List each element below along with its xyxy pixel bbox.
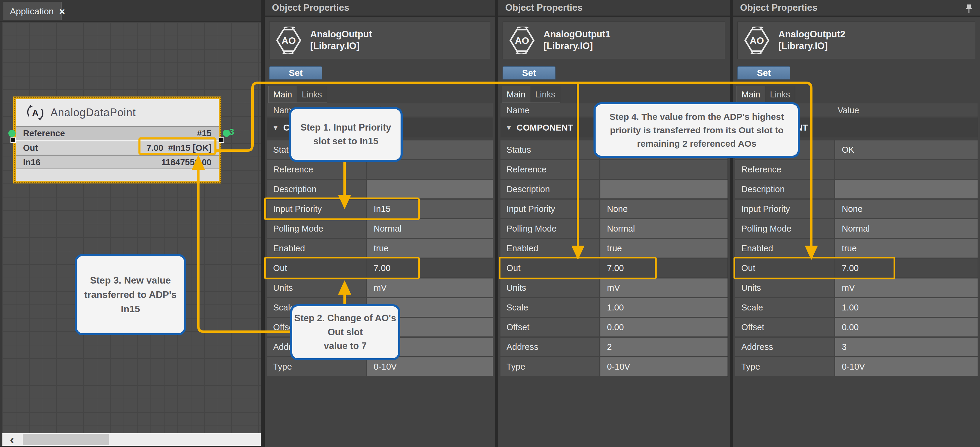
property-value[interactable]: None bbox=[600, 200, 727, 218]
property-label: Input Priority bbox=[735, 200, 834, 218]
property-value[interactable]: true bbox=[367, 239, 493, 258]
slot-row-in16[interactable]: In1611847559.00 bbox=[16, 155, 219, 169]
property-label: Out bbox=[501, 259, 599, 277]
slot-row-reference[interactable]: Reference#15 bbox=[16, 126, 219, 140]
property-value[interactable] bbox=[835, 160, 978, 179]
property-value[interactable]: 7.00 bbox=[367, 259, 493, 277]
property-value[interactable]: 1.00 bbox=[835, 298, 978, 317]
object-library: [Library.IO] bbox=[544, 40, 611, 52]
property-row-enabled: Enabled true bbox=[735, 239, 978, 258]
scroll-left-button[interactable]: ‹ bbox=[2, 433, 22, 446]
slot-value: 7.00 #In15 [OK] bbox=[146, 143, 212, 153]
wire-sheet-area: Application × ‹ bbox=[0, 0, 264, 447]
property-label: Scale bbox=[501, 298, 599, 317]
property-row-out: Out 7.00 bbox=[501, 259, 727, 277]
set-button[interactable]: Set bbox=[503, 67, 555, 79]
property-value[interactable]: Normal bbox=[835, 219, 978, 238]
property-value[interactable]: 0-10V bbox=[835, 357, 978, 376]
property-row-units: Units mV bbox=[267, 279, 493, 297]
panel-divider[interactable] bbox=[730, 0, 733, 447]
application-window: Application × ‹ A AnalogDataPoint Refere… bbox=[0, 0, 980, 447]
chevron-down-icon: ▾ bbox=[507, 124, 511, 132]
property-value[interactable]: 7.00 bbox=[600, 259, 727, 277]
property-value[interactable]: In15 bbox=[367, 200, 493, 218]
property-value[interactable]: 1.00 bbox=[600, 298, 727, 317]
set-button[interactable]: Set bbox=[269, 67, 322, 79]
scrollbar-thumb[interactable] bbox=[23, 434, 109, 445]
resize-handle-right[interactable] bbox=[219, 138, 224, 143]
property-value[interactable]: None bbox=[835, 200, 978, 218]
tab-main[interactable]: Main bbox=[502, 86, 530, 103]
property-label: Offset bbox=[735, 318, 834, 336]
panel-divider[interactable] bbox=[495, 0, 498, 447]
property-label: Polling Mode bbox=[267, 219, 366, 238]
slot-row-out[interactable]: Out7.00 #In15 [OK] bbox=[16, 141, 219, 155]
property-value[interactable]: Normal bbox=[367, 219, 493, 238]
property-value[interactable]: 3 bbox=[835, 338, 978, 356]
property-label: Description bbox=[267, 180, 366, 198]
panel-divider[interactable] bbox=[261, 0, 265, 447]
property-value[interactable]: 7.00 bbox=[835, 259, 978, 277]
property-value[interactable]: Normal bbox=[600, 219, 727, 238]
tab-application[interactable]: Application × bbox=[3, 2, 62, 20]
analog-data-point-block[interactable]: A AnalogDataPoint Reference#15Out7.00 #I… bbox=[13, 97, 221, 184]
property-row-address: Address 3 bbox=[735, 338, 978, 356]
property-value[interactable] bbox=[600, 180, 727, 198]
property-label: Description bbox=[501, 180, 599, 198]
property-label: Polling Mode bbox=[501, 219, 599, 238]
property-row-input-priority: Input Priority None bbox=[735, 200, 978, 218]
tab-main[interactable]: Main bbox=[737, 86, 765, 103]
property-label: Units bbox=[735, 279, 834, 297]
column-header-name: Name bbox=[506, 105, 530, 115]
horizontal-scrollbar[interactable]: ‹ bbox=[2, 433, 261, 446]
property-value[interactable]: mV bbox=[367, 279, 493, 297]
pin-icon[interactable] bbox=[964, 3, 974, 14]
property-value[interactable]: true bbox=[835, 239, 978, 258]
property-value[interactable]: mV bbox=[835, 279, 978, 297]
property-row-type: Type 0-10V bbox=[501, 357, 727, 376]
property-value[interactable] bbox=[367, 160, 493, 179]
object-header: AOAnalogOutput1[Library.IO] bbox=[503, 22, 725, 59]
svg-text:AO: AO bbox=[515, 35, 529, 46]
tab-links[interactable]: Links bbox=[530, 86, 560, 103]
wire-sheet-canvas[interactable] bbox=[2, 22, 261, 433]
tab-links[interactable]: Links bbox=[765, 86, 795, 103]
set-button[interactable]: Set bbox=[737, 67, 790, 79]
property-value[interactable] bbox=[600, 160, 727, 179]
property-value[interactable] bbox=[367, 180, 493, 198]
svg-text:AO: AO bbox=[750, 35, 764, 46]
analog-output-icon: AO bbox=[508, 27, 536, 54]
analog-data-point-icon: A bbox=[27, 104, 44, 121]
object-library: [Library.IO] bbox=[778, 40, 845, 52]
property-row-polling-mode: Polling Mode Normal bbox=[267, 219, 493, 238]
property-row-description: Description bbox=[267, 180, 493, 198]
close-icon[interactable]: × bbox=[59, 6, 65, 16]
property-row-type: Type 0-10V bbox=[735, 357, 978, 376]
property-value[interactable]: 0-10V bbox=[600, 357, 727, 376]
property-label: Description bbox=[735, 180, 834, 198]
block-header[interactable]: A AnalogDataPoint bbox=[16, 99, 219, 126]
property-row-reference: Reference bbox=[735, 160, 978, 179]
window-bottom-edge bbox=[0, 446, 264, 447]
port-dot-left[interactable] bbox=[8, 130, 16, 137]
object-name: AnalogOutput1 bbox=[544, 29, 611, 40]
property-value[interactable]: 0.00 bbox=[835, 318, 978, 336]
property-row-units: Units mV bbox=[501, 279, 727, 297]
property-label: Scale bbox=[735, 298, 834, 317]
tab-links[interactable]: Links bbox=[297, 86, 327, 103]
property-value[interactable]: true bbox=[600, 239, 727, 258]
property-row-out: Out 7.00 bbox=[735, 259, 978, 277]
panel-title: Object Properties bbox=[733, 0, 980, 17]
property-label: Polling Mode bbox=[735, 219, 834, 238]
property-value[interactable]: 0.00 bbox=[600, 318, 727, 336]
panel-title: Object Properties bbox=[265, 0, 495, 17]
property-value[interactable] bbox=[835, 180, 978, 198]
property-value[interactable]: 2 bbox=[600, 338, 727, 356]
object-header: AOAnalogOutput[Library.IO] bbox=[269, 22, 490, 59]
property-value[interactable]: OK bbox=[835, 140, 978, 159]
resize-handle-left[interactable] bbox=[11, 138, 16, 143]
tab-main[interactable]: Main bbox=[268, 86, 297, 103]
property-label: Input Priority bbox=[267, 200, 366, 218]
property-value[interactable]: mV bbox=[600, 279, 727, 297]
property-row-input-priority: Input Priority In15 bbox=[267, 200, 493, 218]
